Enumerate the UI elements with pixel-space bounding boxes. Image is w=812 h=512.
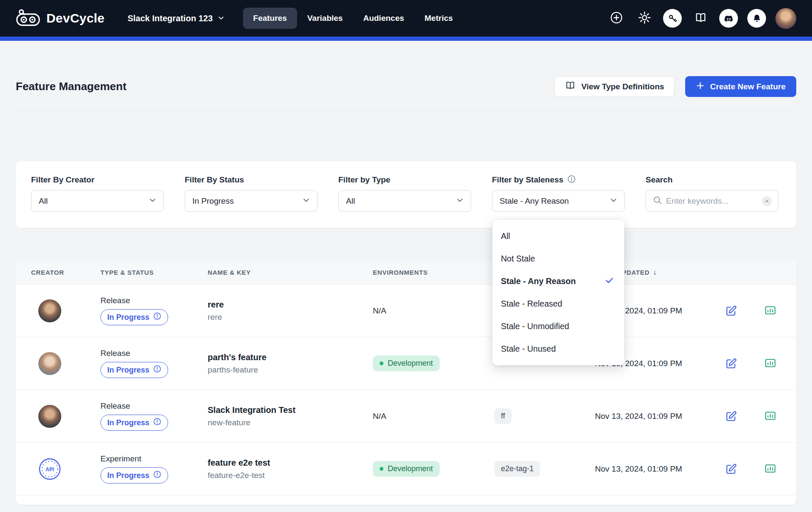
- user-avatar[interactable]: [775, 8, 796, 29]
- status-badge: In Progress: [100, 467, 168, 484]
- type-filter-value: All: [346, 196, 355, 206]
- feature-metrics-button[interactable]: [762, 355, 779, 372]
- book-icon: [565, 80, 576, 93]
- info-icon[interactable]: [567, 175, 576, 185]
- devcycle-logo[interactable]: DevCycle: [16, 9, 105, 28]
- project-selector[interactable]: Slack Integration 123: [128, 14, 224, 23]
- feature-metrics-button[interactable]: [762, 408, 779, 425]
- feature-metrics-button[interactable]: [762, 302, 779, 319]
- environments-value: N/A: [373, 306, 386, 315]
- create-new-feature-button[interactable]: Create New Feature: [685, 76, 796, 97]
- staleness-option-stale-any-reason[interactable]: Stale - Any Reason: [492, 270, 624, 293]
- gear-icon: [638, 11, 652, 26]
- exclamation-circle-icon: [153, 470, 161, 481]
- staleness-option-not-stale[interactable]: Not Stale: [492, 247, 624, 270]
- chevron-down-icon: [303, 196, 310, 206]
- discord-button[interactable]: [719, 9, 738, 28]
- top-nav: DevCycle Slack Integration 123 Features …: [0, 0, 812, 37]
- nav-utilities: [607, 8, 796, 29]
- chart-board-icon: [764, 357, 777, 370]
- filter-type-group: Filter by Type All: [338, 175, 471, 212]
- chevron-down-icon: [456, 196, 463, 206]
- main-nav-menu: Features Variables Audiences Metrics: [243, 8, 463, 29]
- app-screen: DevCycle Slack Integration 123 Features …: [0, 0, 812, 512]
- bell-icon: [747, 9, 766, 28]
- environment-badge: Development: [373, 461, 440, 477]
- column-header-environments: ENVIRONMENTS: [373, 269, 495, 276]
- documentation-button[interactable]: [691, 9, 710, 28]
- sort-descending-icon: ↓: [653, 268, 657, 277]
- status-badge: In Progress: [100, 415, 168, 431]
- search-input[interactable]: [666, 196, 758, 206]
- edit-feature-button[interactable]: [723, 408, 740, 425]
- creator-filter-value: All: [39, 196, 48, 206]
- staleness-option-all[interactable]: All: [492, 225, 624, 247]
- tags-cell: ff: [495, 408, 595, 424]
- staleness-option-stale-unmodified[interactable]: Stale - Unmodified: [492, 315, 624, 338]
- page-header: Feature Management View Type Definitions…: [16, 76, 796, 97]
- edit-feature-button[interactable]: [723, 461, 740, 478]
- view-type-definitions-button[interactable]: View Type Definitions: [555, 76, 675, 97]
- feature-metrics-button[interactable]: [762, 461, 779, 478]
- header-divider: [16, 110, 796, 111]
- column-header-type-status: TYPE & STATUS: [100, 269, 208, 276]
- nav-item-audiences[interactable]: Audiences: [353, 8, 414, 29]
- edit-feature-button[interactable]: [723, 355, 740, 372]
- staleness-filter-select[interactable]: Stale - Any Reason: [492, 190, 625, 212]
- api-keys-button[interactable]: [663, 9, 682, 28]
- book-icon: [694, 11, 707, 26]
- svg-text:API: API: [46, 466, 54, 472]
- clear-search-button[interactable]: ×: [762, 196, 772, 206]
- search-group: Search ×: [646, 175, 778, 212]
- nav-item-features[interactable]: Features: [243, 8, 297, 29]
- nav-item-variables[interactable]: Variables: [297, 8, 353, 29]
- table-row[interactable]: API Experiment In Progress feature e2e t…: [16, 443, 796, 495]
- feature-name: parth's feature: [208, 353, 266, 362]
- feature-name: Slack Integration Test: [208, 405, 295, 415]
- column-header-updated[interactable]: UPDATED ↓: [617, 268, 723, 277]
- filter-type-label: Filter by Type: [338, 175, 471, 185]
- tags-cell: e2e-tag-1: [495, 461, 595, 477]
- pencil-square-icon: [725, 410, 738, 423]
- feature-name: feature e2e test: [208, 458, 270, 468]
- plus-circle-icon: [609, 11, 623, 26]
- column-header-creator: CREATOR: [31, 269, 100, 276]
- table-row[interactable]: Release In Progress rere rere N/A Nov 13…: [16, 284, 796, 337]
- project-selector-label: Slack Integration 123: [128, 14, 213, 23]
- filter-creator-group: Filter By Creator All: [31, 175, 164, 212]
- brand-name: DevCycle: [46, 11, 105, 26]
- table-row[interactable]: Release In Progress parth's feature part…: [16, 337, 796, 390]
- page-actions: View Type Definitions Create New Feature: [555, 76, 796, 97]
- creator-filter-select[interactable]: All: [31, 190, 164, 212]
- filter-creator-label: Filter By Creator: [31, 175, 164, 185]
- tag-badge: ff: [495, 408, 512, 424]
- status-badge: In Progress: [100, 362, 168, 378]
- status-filter-select[interactable]: In Progress: [185, 190, 317, 212]
- staleness-option-stale-released[interactable]: Stale - Released: [492, 293, 624, 315]
- main-content: Feature Management View Type Definitions…: [0, 76, 812, 505]
- tag-badge: e2e-tag-1: [495, 461, 540, 477]
- column-header-name-key: NAME & KEY: [208, 269, 373, 276]
- feature-key: rere: [208, 313, 222, 322]
- feature-type: Release: [100, 296, 130, 305]
- features-table: CREATOR TYPE & STATUS NAME & KEY ENVIRON…: [16, 261, 796, 505]
- settings-button[interactable]: [635, 9, 654, 28]
- filter-staleness-group: Filter by Staleness Stale - Any Reason: [492, 175, 625, 212]
- pencil-square-icon: [725, 357, 738, 370]
- creator-avatar: [38, 352, 61, 375]
- type-filter-select[interactable]: All: [338, 190, 471, 212]
- notifications-button[interactable]: [747, 9, 766, 28]
- updated-timestamp: Nov 13, 2024, 01:09 PM: [595, 412, 682, 421]
- edit-feature-button[interactable]: [723, 302, 740, 319]
- chart-board-icon: [764, 410, 777, 423]
- table-row[interactable]: Release In Progress Slack Integration Te…: [16, 390, 796, 443]
- add-new-button[interactable]: [607, 9, 626, 28]
- search-icon: [653, 196, 662, 206]
- page-title: Feature Management: [16, 80, 126, 93]
- chart-board-icon: [764, 463, 777, 475]
- staleness-option-stale-unused[interactable]: Stale - Unused: [492, 338, 624, 360]
- nav-item-metrics[interactable]: Metrics: [415, 8, 463, 29]
- feature-key: feature-e2e-test: [208, 471, 265, 480]
- search-box: ×: [646, 190, 778, 212]
- filter-status-group: Filter By Status In Progress: [185, 175, 317, 212]
